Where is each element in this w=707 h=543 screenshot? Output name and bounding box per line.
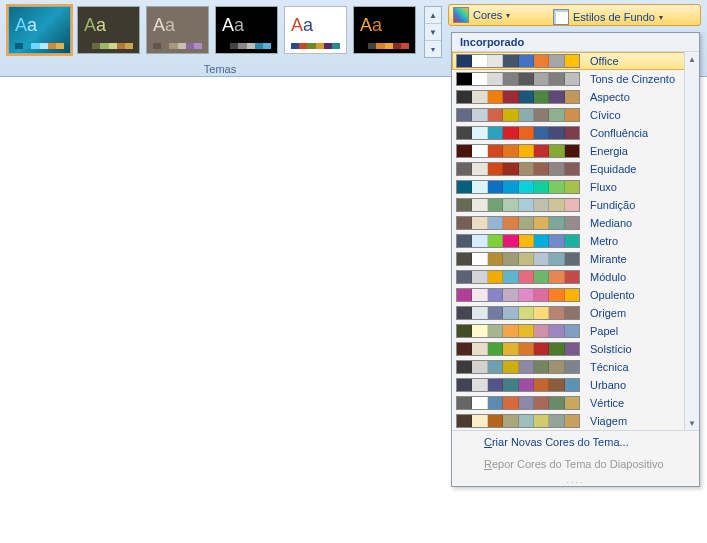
theme-thumbnail[interactable]: Aa <box>77 6 140 54</box>
color-scheme-item[interactable]: Confluência <box>452 124 699 142</box>
color-swatch-strip <box>456 396 580 410</box>
theme-sample-text: Aa <box>84 15 106 36</box>
reset-slide-theme-colors: Repor Cores do Tema do Diapositivo <box>452 453 699 475</box>
color-scheme-item[interactable]: Origem <box>452 304 699 322</box>
background-icon <box>553 9 569 25</box>
color-scheme-item[interactable]: Energia <box>452 142 699 160</box>
color-scheme-item[interactable]: Técnica <box>452 358 699 376</box>
ribbon-group-label: Temas <box>0 63 440 75</box>
color-swatch-strip <box>456 324 580 338</box>
color-scheme-label: Metro <box>590 235 693 247</box>
gallery-scroll-down[interactable]: ▼ <box>425 24 441 41</box>
dropdown-footer: Criar Novas Cores do Tema... Repor Cores… <box>452 430 699 486</box>
color-scheme-item[interactable]: Solstício <box>452 340 699 358</box>
color-scheme-label: Cívico <box>590 109 693 121</box>
color-scheme-label: Opulento <box>590 289 693 301</box>
color-scheme-item[interactable]: Fluxo <box>452 178 699 196</box>
color-scheme-label: Office <box>590 55 693 67</box>
gallery-scroll-up[interactable]: ▲ <box>425 7 441 24</box>
color-scheme-label: Viagem <box>590 415 693 427</box>
chevron-down-icon: ▾ <box>659 13 663 22</box>
color-scheme-item[interactable]: Viagem <box>452 412 699 430</box>
color-scheme-label: Fluxo <box>590 181 693 193</box>
color-scheme-label: Mirante <box>590 253 693 265</box>
color-scheme-label: Módulo <box>590 271 693 283</box>
color-scheme-item[interactable]: Mediano <box>452 214 699 232</box>
color-scheme-label: Solstício <box>590 343 693 355</box>
color-scheme-list: OfficeTons de CinzentoAspectoCívicoConfl… <box>452 52 699 430</box>
theme-swatches <box>153 43 202 49</box>
color-swatch-strip <box>456 90 580 104</box>
color-scheme-label: Confluência <box>590 127 693 139</box>
color-swatch-strip <box>456 108 580 122</box>
chevron-down-icon: ▾ <box>506 11 510 20</box>
theme-sample-text: Aa <box>360 15 382 36</box>
color-scheme-item[interactable]: Cívico <box>452 106 699 124</box>
color-scheme-item[interactable]: Módulo <box>452 268 699 286</box>
theme-sample-text: Aa <box>153 15 175 36</box>
cmd-label: Repor Cores do Tema do Diapositivo <box>484 458 664 470</box>
scroll-up[interactable]: ▲ <box>685 52 699 66</box>
color-scheme-label: Técnica <box>590 361 693 373</box>
gallery-expand[interactable]: ▾ <box>425 41 441 57</box>
gallery-scroll: ▲ ▼ ▾ <box>424 6 442 58</box>
theme-thumbnail[interactable]: Aa <box>215 6 278 54</box>
color-scheme-label: Urbano <box>590 379 693 391</box>
color-scheme-item[interactable]: Aspecto <box>452 88 699 106</box>
color-scheme-item[interactable]: Tons de Cinzento <box>452 70 699 88</box>
colors-icon <box>453 7 469 23</box>
color-scheme-label: Energia <box>590 145 693 157</box>
color-swatch-strip <box>456 162 580 176</box>
theme-sample-text: Aa <box>222 15 244 36</box>
color-swatch-strip <box>456 252 580 266</box>
color-swatch-strip <box>456 414 580 428</box>
color-scheme-label: Mediano <box>590 217 693 229</box>
color-swatch-strip <box>456 360 580 374</box>
color-scheme-item[interactable]: Urbano <box>452 376 699 394</box>
theme-thumbnail[interactable]: Aa <box>8 6 71 54</box>
colors-label: Cores <box>473 9 502 21</box>
theme-swatches <box>222 43 271 49</box>
colors-dropdown: Incorporado OfficeTons de CinzentoAspect… <box>451 32 700 487</box>
cmd-label: Criar Novas Cores do Tema... <box>484 436 629 448</box>
color-scheme-item[interactable]: Fundição <box>452 196 699 214</box>
color-scheme-item[interactable]: Equidade <box>452 160 699 178</box>
theme-thumbnail[interactable]: Aa <box>284 6 347 54</box>
color-scheme-label: Equidade <box>590 163 693 175</box>
color-swatch-strip <box>456 54 580 68</box>
color-scheme-item[interactable]: Papel <box>452 322 699 340</box>
color-swatch-strip <box>456 198 580 212</box>
color-scheme-label: Aspecto <box>590 91 693 103</box>
color-swatch-strip <box>456 180 580 194</box>
color-swatch-strip <box>456 306 580 320</box>
color-scheme-label: Fundição <box>590 199 693 211</box>
theme-swatches <box>291 43 340 49</box>
theme-thumbnail[interactable]: Aa <box>353 6 416 54</box>
color-swatch-strip <box>456 144 580 158</box>
theme-sample-text: Aa <box>291 15 313 36</box>
color-scheme-label: Origem <box>590 307 693 319</box>
theme-sample-text: Aa <box>15 15 37 36</box>
theme-swatches <box>360 43 409 49</box>
dropdown-header: Incorporado <box>452 33 699 52</box>
dropdown-scrollbar: ▲ ▼ <box>684 52 699 430</box>
color-scheme-label: Tons de Cinzento <box>590 73 693 85</box>
scroll-track[interactable] <box>685 66 699 416</box>
color-swatch-strip <box>456 126 580 140</box>
color-scheme-item[interactable]: Office <box>452 52 699 70</box>
color-swatch-strip <box>456 72 580 86</box>
theme-swatches <box>84 43 133 49</box>
color-scheme-label: Vértice <box>590 397 693 409</box>
color-scheme-item[interactable]: Mirante <box>452 250 699 268</box>
color-swatch-strip <box>456 342 580 356</box>
color-swatch-strip <box>456 288 580 302</box>
background-styles-button[interactable]: Estilos de Fundo ▾ <box>548 6 701 28</box>
color-scheme-item[interactable]: Vértice <box>452 394 699 412</box>
create-new-theme-colors[interactable]: Criar Novas Cores do Tema... <box>452 431 699 453</box>
color-scheme-item[interactable]: Metro <box>452 232 699 250</box>
color-scheme-item[interactable]: Opulento <box>452 286 699 304</box>
resize-grip[interactable]: .... <box>452 475 699 486</box>
scroll-down[interactable]: ▼ <box>685 416 699 430</box>
theme-thumbnail[interactable]: Aa <box>146 6 209 54</box>
color-swatch-strip <box>456 216 580 230</box>
